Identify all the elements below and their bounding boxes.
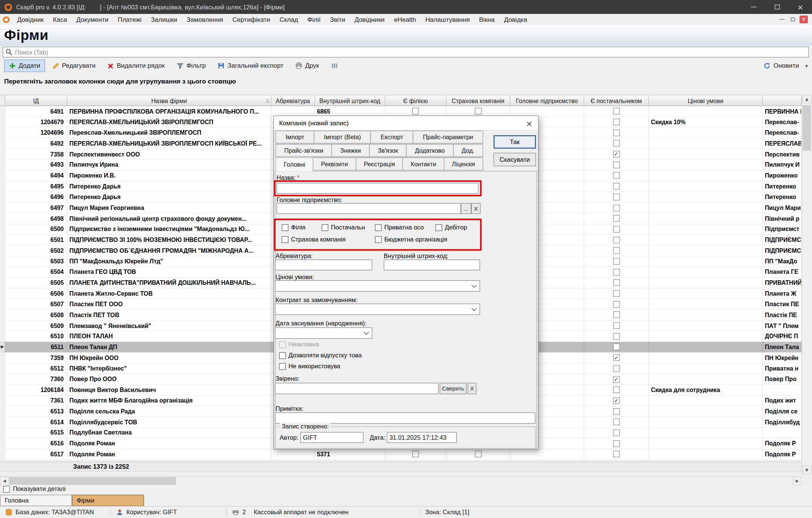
checkbox-label: Філія	[291, 224, 306, 231]
filia-checkbox[interactable]: Філія	[282, 224, 305, 231]
menu-item-11[interactable]: eHealth	[389, 16, 421, 23]
dialog-tab-0-3[interactable]: Прайс-параметри	[413, 131, 483, 143]
add-button[interactable]: Додати	[4, 59, 45, 72]
export-button[interactable]: Загальний експорт	[213, 59, 288, 72]
restore-button[interactable]	[765, 0, 789, 14]
refresh-dropdown-arrow[interactable]: ▾	[805, 63, 808, 68]
mdi-minimize-button[interactable]: —	[778, 15, 786, 23]
note-input[interactable]	[275, 412, 536, 424]
minimize-button[interactable]	[742, 0, 765, 14]
head-company-browse-button[interactable]: ...	[461, 203, 471, 214]
edit-button[interactable]: Редагувати	[47, 59, 100, 72]
refresh-button[interactable]: Оновити	[759, 59, 804, 72]
column-header-code[interactable]: Внутрішній штрих-код	[315, 95, 385, 106]
created-date-input[interactable]	[387, 432, 457, 443]
column-header-str[interactable]: Страхова компанія	[446, 95, 510, 106]
menu-item-6[interactable]: Сертифікати	[228, 16, 275, 23]
founded-date-select[interactable]	[275, 327, 372, 339]
cell-sup: ✓	[584, 352, 649, 363]
column-header-head[interactable]: Головне підприємство	[510, 95, 584, 106]
menu-item-7[interactable]: Склад	[275, 16, 303, 23]
dialog-tab-2-2[interactable]: Реєстрація	[355, 158, 403, 170]
cell-price	[649, 138, 763, 149]
menu-item-12[interactable]: Налаштування	[421, 16, 475, 23]
delete-row-button[interactable]: Видалити рядок	[103, 59, 169, 72]
insurance-company-checkbox[interactable]: Страхова компанія	[282, 236, 346, 243]
search-input[interactable]	[15, 49, 808, 56]
verified-clear-button[interactable]: X	[467, 383, 476, 394]
columns-button[interactable]	[326, 59, 343, 72]
debtor-checkbox[interactable]: Дебітор	[436, 224, 467, 231]
head-company-clear-button[interactable]: X	[471, 203, 481, 214]
dialog-tab-2-3[interactable]: Контакти	[402, 158, 444, 170]
dialog-tab-1-2[interactable]: Зв'язок	[369, 144, 407, 157]
column-header-abbr[interactable]: Абревіатура	[271, 95, 315, 106]
dialog-tab-1-0[interactable]: Прайс-зв'язки	[276, 144, 332, 157]
scroll-left-icon[interactable]: ◀	[0, 477, 9, 485]
column-header-name[interactable]: Назва фірми△	[67, 95, 271, 106]
allow-dispense-checkbox[interactable]: Дозволяти відпустку това	[279, 352, 362, 359]
cell-name: Планета ГЕО ЦВД ТОВ	[67, 267, 271, 277]
supplier-checkbox[interactable]: Постачальн	[322, 224, 365, 231]
menu-item-10[interactable]: Довідники	[350, 16, 389, 23]
dialog-tab-2-4[interactable]: Ліцензія	[444, 158, 483, 170]
menu-item-0[interactable]: Довідник	[12, 16, 48, 23]
menu-item-8[interactable]: Філії	[303, 16, 325, 23]
price-terms-select[interactable]	[275, 280, 480, 292]
menu-item-3[interactable]: Платежі	[113, 16, 146, 23]
menu-item-2[interactable]: Документи	[72, 16, 113, 23]
cancel-button[interactable]: Скасувати	[493, 153, 536, 166]
column-header-price[interactable]: Цінові умови	[649, 95, 763, 106]
column-header-full[interactable]	[763, 95, 801, 106]
ok-button[interactable]: Так	[493, 135, 536, 149]
menu-item-5[interactable]: Замовлення	[182, 16, 228, 23]
author-input[interactable]	[301, 432, 364, 443]
scroll-down-icon[interactable]: ▼	[802, 466, 812, 474]
tab-holovna[interactable]: Головна	[0, 495, 72, 506]
horizontal-scroll-thumb[interactable]	[9, 477, 176, 485]
scroll-up-icon[interactable]: ▲	[802, 95, 812, 103]
menu-item-4[interactable]: Залишки	[146, 16, 182, 23]
dialog-tab-0-0[interactable]: Імпорт	[276, 131, 314, 143]
mdi-close-button[interactable]: ×	[800, 15, 808, 23]
menu-item-13[interactable]: Вікна	[474, 16, 499, 23]
barcode-input[interactable]	[384, 260, 480, 270]
menu-item-14[interactable]: Довідка	[499, 16, 532, 23]
budget-org-checkbox[interactable]: Бюджетна організація	[375, 236, 447, 243]
horizontal-scrollbar[interactable]: ◀ ▶	[0, 476, 801, 485]
dialog-tab-2-0[interactable]: Головні	[276, 158, 314, 172]
filter-button[interactable]: Фільтр	[172, 59, 211, 72]
plus-icon	[9, 62, 16, 69]
name-input[interactable]	[276, 183, 478, 194]
verify-button[interactable]: Сверить	[440, 383, 467, 394]
not-used-checkbox[interactable]: Не використовува	[279, 363, 340, 370]
vertical-scrollbar[interactable]: ▲ ▼	[801, 95, 811, 474]
vertical-scroll-thumb[interactable]	[803, 105, 811, 151]
print-button[interactable]: Друк	[291, 59, 324, 72]
column-header-sup[interactable]: Є постачальником	[584, 95, 649, 106]
mdi-restore-button[interactable]	[789, 15, 797, 23]
dialog-tab-0-1[interactable]: Імпорт (Beta)	[314, 131, 371, 143]
verified-input[interactable]	[275, 383, 439, 394]
dialog-tab-2-1[interactable]: Реквізити	[313, 158, 356, 170]
contract-select[interactable]	[275, 304, 480, 315]
scroll-right-icon[interactable]: ▶	[793, 477, 801, 485]
tab-firmy[interactable]: Фірми	[72, 495, 144, 506]
founded-date-label: Дата заснування (народження):	[276, 320, 367, 327]
abbrev-input[interactable]	[275, 260, 372, 270]
private-person-checkbox[interactable]: Приватна осо	[375, 224, 424, 231]
dialog-tab-1-4[interactable]: Дод.	[453, 144, 483, 157]
column-header-fil[interactable]: Є філією	[385, 95, 446, 106]
head-company-input[interactable]	[276, 203, 461, 214]
dialog-tab-1-3[interactable]: Додатково	[406, 144, 454, 157]
dialog-tab-1-1[interactable]: Знижки	[331, 144, 369, 157]
menu-item-9[interactable]: Звіти	[325, 16, 350, 23]
menu-item-1[interactable]: Каса	[48, 16, 71, 23]
scrollbar-corner	[801, 476, 811, 485]
dialog-tab-0-2[interactable]: Експорт	[370, 131, 413, 143]
close-button[interactable]: ×	[789, 0, 812, 14]
table-row[interactable]: 6517Подоляк Роман5371Подоляк Р	[0, 449, 801, 460]
column-header-id[interactable]: ІД	[5, 95, 67, 106]
show-details-checkbox[interactable]: Показувати деталі	[3, 485, 65, 492]
dialog-close-icon[interactable]: ×	[521, 116, 538, 131]
